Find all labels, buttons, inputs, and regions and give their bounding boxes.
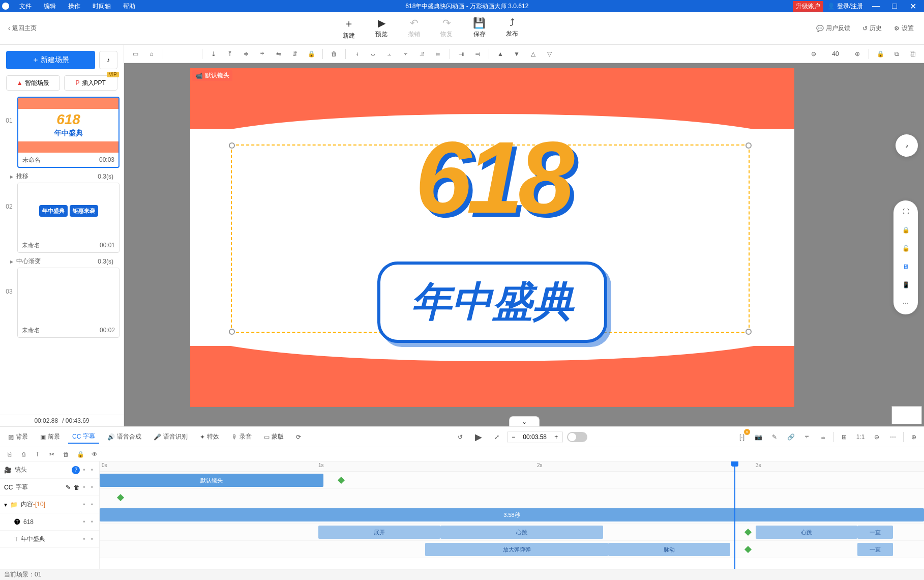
save-button[interactable]: 💾保存 xyxy=(473,17,486,40)
paste-icon[interactable]: ⿻ xyxy=(906,47,920,61)
zoom-in-icon[interactable]: ⊕ xyxy=(850,47,865,61)
align-left-icon[interactable]: ⫞ xyxy=(350,47,364,61)
canvas-text-sub[interactable]: 年中盛典 xyxy=(377,262,607,343)
transition-row[interactable]: ▸推移0.3(s) xyxy=(4,170,120,183)
more-h-icon[interactable]: ⋯ xyxy=(887,431,899,443)
align-vcenter-icon[interactable]: ⫡ xyxy=(415,47,429,61)
playhead[interactable] xyxy=(734,461,735,569)
timeline-tracks[interactable]: 0s 1s 2s 3s 默认镜头 3.58秒 xyxy=(100,461,924,569)
clip[interactable]: 展开 xyxy=(318,526,440,539)
resize-handle[interactable] xyxy=(746,142,752,149)
send-back-icon[interactable]: ▼ xyxy=(510,47,524,61)
text-icon[interactable]: T xyxy=(33,449,43,459)
new-button[interactable]: ＋新建 xyxy=(343,17,355,40)
add-marker-icon[interactable]: ⊞ xyxy=(838,431,850,443)
minimize-button[interactable]: — xyxy=(867,2,885,11)
keyframe-icon[interactable]: [·]v xyxy=(736,431,748,443)
align-top-icon[interactable]: ⤒ xyxy=(223,47,237,61)
undo-button[interactable]: ↶撤销 xyxy=(408,17,420,40)
trash-icon[interactable]: 🗑 xyxy=(74,484,80,491)
settings-button[interactable]: ⚙设置 xyxy=(894,24,914,33)
clip[interactable]: 脉动 xyxy=(608,543,730,556)
clip[interactable]: 心跳 xyxy=(756,526,857,539)
clip[interactable]: 心跳 xyxy=(440,526,603,539)
mobile-view-icon[interactable]: 📱 xyxy=(901,280,911,290)
more-icon[interactable]: ⋯ xyxy=(901,298,911,308)
edit-icon[interactable]: ✎ xyxy=(66,484,71,491)
trash-icon[interactable]: 🗑 xyxy=(61,449,71,459)
expand-timeline-handle[interactable]: ⌄ xyxy=(509,416,540,426)
tab-tts[interactable]: 🔊语音合成 xyxy=(103,430,145,443)
zoom-out-icon[interactable]: ⊖ xyxy=(807,47,821,61)
align-vbottom-icon[interactable]: ⫢ xyxy=(431,47,445,61)
ratio-icon[interactable]: 1:1 xyxy=(854,431,867,443)
tab-mask[interactable]: ▭蒙版 xyxy=(260,430,288,443)
chevron-down-icon[interactable]: ▾ xyxy=(4,501,7,508)
resize-handle[interactable] xyxy=(229,142,235,149)
info-icon[interactable]: ? xyxy=(72,466,80,474)
menu-action[interactable]: 操作 xyxy=(62,2,86,11)
fullscreen-icon[interactable]: ⛶ xyxy=(901,207,911,217)
play-button[interactable]: ▶ xyxy=(472,431,485,443)
resize-handle[interactable] xyxy=(229,329,235,335)
keyframe-diamond[interactable] xyxy=(744,529,752,536)
align-hcenter-icon[interactable]: ⫝ xyxy=(366,47,380,61)
redo-button[interactable]: ↷恢复 xyxy=(440,17,453,40)
backward-icon[interactable]: ▽ xyxy=(542,47,556,61)
canvas[interactable]: 📹默认镜头 618 年中盛典 xyxy=(190,68,794,407)
toggle-switch[interactable] xyxy=(567,432,587,442)
timeline-ruler[interactable]: 0s 1s 2s 3s xyxy=(100,461,924,472)
maximize-button[interactable]: □ xyxy=(885,2,904,11)
scene-item[interactable]: 03 未命名00:02 xyxy=(4,268,120,338)
smart-scene-button[interactable]: ▲智能场景 xyxy=(6,75,60,91)
flip-v-icon[interactable]: ⇵ xyxy=(288,47,302,61)
unlock-view-icon[interactable]: 🔓 xyxy=(901,243,911,253)
zoom-input[interactable] xyxy=(823,50,848,57)
filter-icon[interactable]: ⫧ xyxy=(801,431,813,443)
music-float-button[interactable]: ♪ xyxy=(896,134,918,157)
keyframe-diamond[interactable] xyxy=(338,477,345,484)
time-minus-button[interactable]: − xyxy=(508,431,520,443)
tab-foreground[interactable]: ▣前景 xyxy=(36,430,64,443)
history-button[interactable]: ↺历史 xyxy=(862,24,882,33)
visibility-icon[interactable]: 👁 xyxy=(90,449,100,459)
menu-file[interactable]: 文件 xyxy=(13,2,38,11)
close-button[interactable]: ✕ xyxy=(904,2,922,11)
refresh-button[interactable]: ⟳ xyxy=(292,431,305,443)
publish-button[interactable]: ⤴发布 xyxy=(506,17,518,40)
back-home-button[interactable]: ‹ 返回主页 xyxy=(0,24,45,33)
clip-camera[interactable]: 默认镜头 xyxy=(100,474,323,487)
lock-icon[interactable]: 🔒 xyxy=(304,47,318,61)
pointer-tool-icon[interactable]: ▭ xyxy=(128,47,142,61)
lock-view-icon[interactable]: 🔒 xyxy=(901,225,911,235)
clip-content[interactable]: 3.58秒 xyxy=(100,508,924,521)
add-track-icon[interactable]: ⊕ xyxy=(908,431,920,443)
login-button[interactable]: 👤 登录/注册 xyxy=(827,2,863,11)
time-input[interactable] xyxy=(520,433,550,441)
align-center-icon[interactable]: ⫩ xyxy=(255,47,270,61)
menu-timeline[interactable]: 时间轴 xyxy=(86,2,117,11)
align-bottom-icon[interactable]: ⤓ xyxy=(206,47,221,61)
canvas-stage[interactable]: 📹默认镜头 618 年中盛典 ♪ ⛶ 🔒 🔓 🖥 � xyxy=(124,63,924,426)
align-vtop-icon[interactable]: ⫟ xyxy=(399,47,413,61)
keyframe-diamond[interactable] xyxy=(744,546,752,553)
transition-row[interactable]: ▸中心渐变0.3(s) xyxy=(4,255,120,268)
camera-tool-icon[interactable]: 📷 xyxy=(752,431,764,443)
cut-icon[interactable]: ✂ xyxy=(47,449,57,459)
track-row-subtitle[interactable]: CC 字幕 ✎ 🗑 • • xyxy=(0,479,99,496)
lock-track-icon[interactable]: 🔒 xyxy=(75,449,85,459)
feedback-button[interactable]: 💬用户反馈 xyxy=(816,24,850,33)
clip[interactable]: 一直 xyxy=(857,526,893,539)
distribute-v-icon[interactable]: ⫤ xyxy=(470,47,485,61)
scene-item[interactable]: 01 618 年中盛典 未命名00:03 xyxy=(4,97,120,168)
insert-ppt-button[interactable]: P插入PPTVIP xyxy=(64,75,118,91)
upgrade-button[interactable]: 升级账户 xyxy=(793,1,823,12)
preview-button[interactable]: ▶预览 xyxy=(375,17,388,40)
desktop-view-icon[interactable]: 🖥 xyxy=(901,262,911,272)
distribute-h-icon[interactable]: ⫣ xyxy=(454,47,468,61)
tab-effects[interactable]: ✦特效 xyxy=(196,430,223,443)
import-icon[interactable]: ⎘ xyxy=(4,449,14,459)
forward-icon[interactable]: △ xyxy=(526,47,540,61)
mini-map[interactable] xyxy=(891,406,922,424)
time-plus-button[interactable]: + xyxy=(550,431,562,443)
